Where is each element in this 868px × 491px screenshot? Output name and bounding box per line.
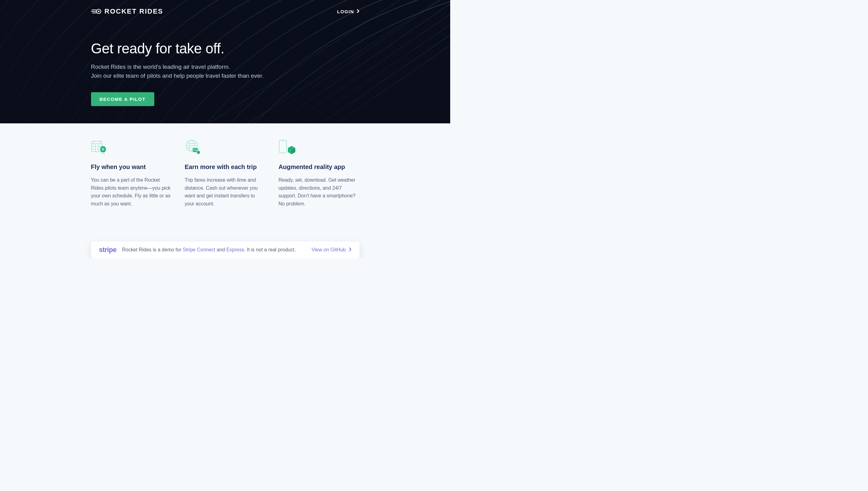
features-section: Fly when you want You can be a part of t…	[91, 123, 360, 241]
svg-rect-10	[100, 146, 106, 152]
hero-subtext: Rocket Rides is the world's leading air …	[91, 62, 360, 81]
calendar-jetpack-icon	[91, 139, 172, 155]
brand-logo[interactable]: ROCKET RIDES	[91, 7, 163, 16]
feature-fly-when-you-want: Fly when you want You can be a part of t…	[91, 139, 172, 208]
become-pilot-button[interactable]: BECOME A PILOT	[91, 92, 154, 106]
login-label: LOGIN	[337, 9, 354, 14]
view-on-github-link[interactable]: View on GitHub	[312, 247, 352, 253]
login-link[interactable]: LOGIN	[337, 9, 360, 14]
banner-text: Rocket Rides is a demo for Stripe Connec…	[122, 247, 306, 253]
globe-coins-icon	[185, 139, 266, 155]
feature-title: Augmented reality app	[279, 164, 360, 171]
rocket-logo-icon	[91, 8, 102, 15]
svg-rect-11	[102, 148, 103, 150]
feature-ar-app: Augmented reality app Ready, set, downlo…	[279, 139, 360, 208]
brand-name: ROCKET RIDES	[105, 7, 163, 16]
svg-point-19	[197, 150, 200, 154]
chevron-right-icon	[357, 9, 360, 14]
svg-rect-20	[279, 140, 287, 153]
stripe-demo-banner: stripe Rocket Rides is a demo for Stripe…	[91, 241, 360, 258]
feature-earn-more: Earn more with each trip Trip fares incr…	[185, 139, 266, 208]
chevron-right-icon	[349, 247, 352, 253]
top-nav: ROCKET RIDES LOGIN	[91, 7, 360, 16]
svg-rect-12	[103, 148, 104, 150]
feature-body: Ready, set, download. Get weather update…	[279, 176, 360, 208]
feature-title: Earn more with each trip	[185, 164, 266, 171]
svg-point-1	[98, 11, 100, 12]
github-link-label: View on GitHub	[312, 247, 346, 253]
hero-headline: Get ready for take off.	[91, 40, 360, 57]
feature-body: You can be a part of the Rocket Rides pi…	[91, 176, 172, 208]
stripe-logo: stripe	[99, 246, 117, 254]
feature-body: Trip fares increase with time and distan…	[185, 176, 266, 208]
stripe-connect-link[interactable]: Stripe Connect	[183, 247, 215, 252]
phone-cube-icon	[279, 139, 360, 155]
express-link[interactable]: Express	[226, 247, 244, 252]
hero-section: ROCKET RIDES LOGIN Get ready for take of…	[0, 0, 450, 123]
feature-title: Fly when you want	[91, 164, 172, 171]
